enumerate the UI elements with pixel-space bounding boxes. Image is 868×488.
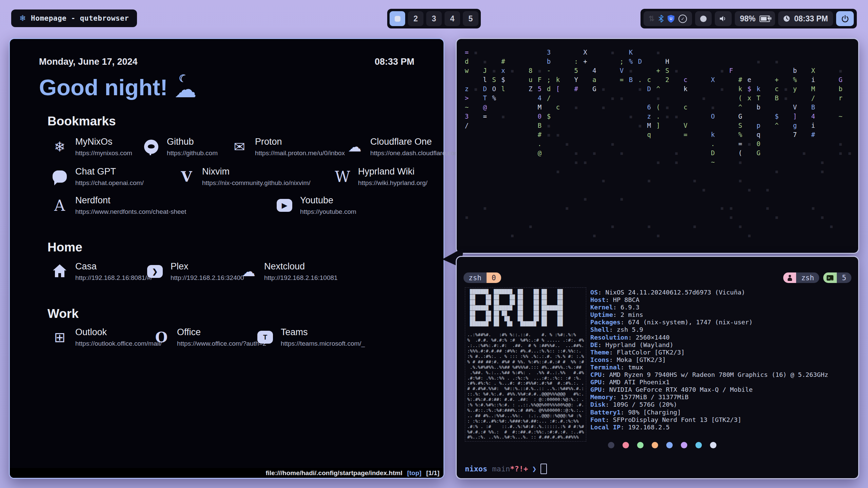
workspace-button-5[interactable]: 5 bbox=[463, 11, 478, 26]
prompt-host: nixos bbox=[465, 465, 487, 473]
tray-group-connectivity[interactable]: ⇅ U ✓ bbox=[644, 11, 692, 26]
workspace-button-1[interactable] bbox=[390, 11, 405, 26]
bookmark-name: Casa bbox=[75, 261, 152, 272]
bookmark-mynixos[interactable]: ❄MyNixOshttps://mynixos.com bbox=[51, 137, 132, 157]
shell-prompt[interactable]: nixos main *?!+ ❯ bbox=[465, 464, 547, 474]
workspace-button-3[interactable]: 3 bbox=[426, 11, 442, 26]
statusbar-url: file:///home/hadi/.config/startpage/inde… bbox=[265, 469, 402, 477]
battery-percent: 98% bbox=[740, 14, 755, 23]
bookmark-hyprland-wiki[interactable]: WHyprland Wikihttps://wiki.hyprland.org/ bbox=[334, 166, 428, 187]
bookmark-office[interactable]: OOfficehttps://www.office.com/?auth=2 bbox=[153, 327, 266, 347]
qutebrowser-window[interactable]: Monday, June 17, 2024 08:33 PM Good nigh… bbox=[9, 38, 445, 479]
section-title-work: Work bbox=[47, 307, 79, 321]
bookmark-github[interactable]: Githubhttps://github.com bbox=[142, 137, 218, 157]
bookmark-url: https://wiki.hyprland.org/ bbox=[358, 179, 428, 187]
status-tray: ⇅ U ✓ 98% 08:33 PM bbox=[640, 9, 857, 28]
fetch-info: OS: NixOS 24.11.20240612.57d6973 (Vicuña… bbox=[590, 289, 828, 431]
bookmark-url: https://mynixos.com bbox=[75, 149, 132, 157]
bookmark-casa[interactable]: Casahttp://192.168.2.16:8081/#/ bbox=[51, 261, 152, 282]
user-icon bbox=[783, 272, 796, 283]
fetch-info-line: OS: NixOS 24.11.20240612.57d6973 (Vicuña… bbox=[590, 289, 828, 296]
tmux-session-pill[interactable]: zsh 0 bbox=[463, 272, 501, 283]
bookmark-name: Nixvim bbox=[202, 166, 311, 177]
office-icon: O bbox=[153, 328, 170, 346]
bookmark-plex[interactable]: ❯Plexhttp://192.168.2.16:32400 bbox=[146, 261, 244, 282]
bookmark-url: https://youtube.com bbox=[300, 208, 356, 216]
statusbar-scroll-position: [top] bbox=[407, 469, 421, 477]
fetch-info-line: Icons: Moka [GTK2/3] bbox=[590, 356, 828, 364]
statusbar-tab-indicator: [1/1] bbox=[426, 469, 439, 477]
fetch-info-line: Kernel: 6.9.3 bbox=[590, 304, 828, 311]
section-title-home: Home bbox=[47, 240, 82, 255]
bookmark-name: Cloudflare One bbox=[370, 137, 461, 147]
window-title: Homepage - qutebrowser bbox=[31, 14, 129, 22]
record-dot-icon bbox=[700, 16, 707, 22]
bookmark-name: Teams bbox=[281, 327, 365, 338]
fetch-info-line: Theme: FlatColor [GTK2/3] bbox=[590, 349, 828, 356]
bookmark-name: Hyprland Wiki bbox=[358, 166, 428, 177]
fetch-info-line: Resolution: 868×488 bbox=[590, 334, 828, 341]
bookmark-name: Chat GPT bbox=[75, 166, 144, 177]
palette-dot bbox=[681, 442, 687, 448]
palette-dot bbox=[652, 442, 658, 448]
bookmark-outlook[interactable]: ⊞Outlookhttps://outlook.office.com/mail/ bbox=[51, 327, 162, 347]
workspace-button-2[interactable]: 2 bbox=[408, 11, 423, 26]
palette-dot bbox=[608, 442, 614, 448]
bookmark-cloudflare-one[interactable]: ☁Cloudflare Onehttps://one.dash.cloudfla… bbox=[346, 137, 461, 157]
bookmark-row: ANerdfonthttps://www.nerdfonts.com/cheat… bbox=[47, 195, 424, 222]
tmux-session-name: zsh bbox=[463, 272, 487, 283]
bookmark-name: Outlook bbox=[75, 327, 162, 338]
bookmark-row: ⊞Outlookhttps://outlook.office.com/mail/… bbox=[47, 327, 424, 354]
github-icon bbox=[142, 138, 160, 156]
tray-group-record[interactable] bbox=[695, 11, 712, 26]
fetch-info-line: Terminal: tmux bbox=[590, 364, 828, 371]
mail-icon: ✉ bbox=[231, 138, 248, 156]
tray-group-clock[interactable]: 08:33 PM bbox=[778, 11, 833, 26]
youtube-icon: ▶ bbox=[276, 197, 293, 214]
bookmark-url: https://nix-community.github.io/nixvim/ bbox=[202, 179, 311, 187]
bookmark-name: Github bbox=[167, 137, 218, 147]
fetch-info-line: Font: SFProDisplay Nerd Font 13 [GTK2/3] bbox=[590, 416, 828, 424]
power-button[interactable] bbox=[836, 11, 854, 26]
tray-group-volume[interactable] bbox=[715, 11, 732, 26]
bookmark-nixvim[interactable]: VNixvimhttps://nix-community.github.io/n… bbox=[178, 166, 311, 187]
tmux-window-count-pill[interactable]: >_ 5 bbox=[823, 272, 851, 283]
bookmark-nerdfont[interactable]: ANerdfonthttps://www.nerdfonts.com/cheat… bbox=[51, 195, 186, 216]
qutebrowser-statusbar: file:///home/hadi/.config/startpage/inde… bbox=[10, 468, 443, 478]
network-arrows-icon: ⇅ bbox=[649, 15, 655, 23]
fetch-info-line: Host: HP 8BCA bbox=[590, 296, 828, 304]
bookmark-teams[interactable]: TTeamshttps://teams.microsoft.com/_ bbox=[256, 327, 365, 347]
bookmark-url: https://teams.microsoft.com/_ bbox=[281, 340, 365, 347]
bookmark-name: Proton bbox=[255, 137, 345, 147]
bookmark-youtube[interactable]: ▶Youtubehttps://youtube.com bbox=[276, 195, 356, 216]
terminal-color-palette bbox=[608, 442, 716, 448]
fetch-terminal-window[interactable]: zsh 0 zsh >_ 5 ███████ ███████ ██ ██ ██ … bbox=[456, 256, 859, 479]
tray-group-battery[interactable]: 98% bbox=[735, 11, 775, 26]
active-workspace-dot bbox=[395, 16, 400, 22]
bookmark-name: Nextcloud bbox=[264, 261, 338, 272]
fetch-info-line: Memory: 1577MiB / 31377MiB bbox=[590, 393, 828, 401]
fetch-info-line: Packages: 674 (nix-system), 1747 (nix-us… bbox=[590, 319, 828, 326]
bookmark-name: Plex bbox=[171, 261, 244, 272]
bookmark-proton[interactable]: ✉Protonhttps://mail.proton.me/u/0/inbox bbox=[231, 137, 345, 157]
bookmark-row: ❄MyNixOshttps://mynixos.comGithubhttps:/… bbox=[47, 137, 424, 164]
tmux-shell-pill[interactable]: zsh bbox=[783, 272, 819, 283]
fetch-info-line: Uptime: 2 mins bbox=[590, 311, 828, 319]
terminal-icon: >_ bbox=[823, 272, 837, 283]
chat-icon bbox=[51, 168, 68, 185]
palette-dot bbox=[623, 442, 629, 448]
nixvim-icon: V bbox=[178, 168, 195, 185]
prompt-git-branch: main bbox=[492, 465, 510, 473]
fetch-info-line: Battery1: 98% [Charging] bbox=[590, 409, 828, 416]
bookmark-url: https://www.office.com/?auth=2 bbox=[177, 340, 266, 347]
teams-icon: T bbox=[256, 328, 274, 346]
plex-icon: ❯ bbox=[146, 263, 164, 280]
workspace-button-4[interactable]: 4 bbox=[445, 11, 460, 26]
bookmark-nextcloud[interactable]: ☁Nextcloudhttp://192.168.2.16:10081 bbox=[240, 261, 338, 282]
bookmark-url: https://one.dash.cloudflare.com/ bbox=[370, 149, 461, 157]
fetch-info-line: GPU: AMD ATI Phoenix1 bbox=[590, 379, 828, 386]
bookmark-name: Nerdfont bbox=[75, 195, 186, 206]
bookmark-url: https://chat.openai.com/ bbox=[75, 179, 144, 187]
bookmark-chat-gpt[interactable]: Chat GPThttps://chat.openai.com/ bbox=[51, 166, 144, 187]
matrix-terminal-window[interactable]: =▪ 3 X ▪ K ▪ d ▪ # b :+ ;%D H ▪ ▪ w J▪x▪… bbox=[456, 38, 859, 254]
